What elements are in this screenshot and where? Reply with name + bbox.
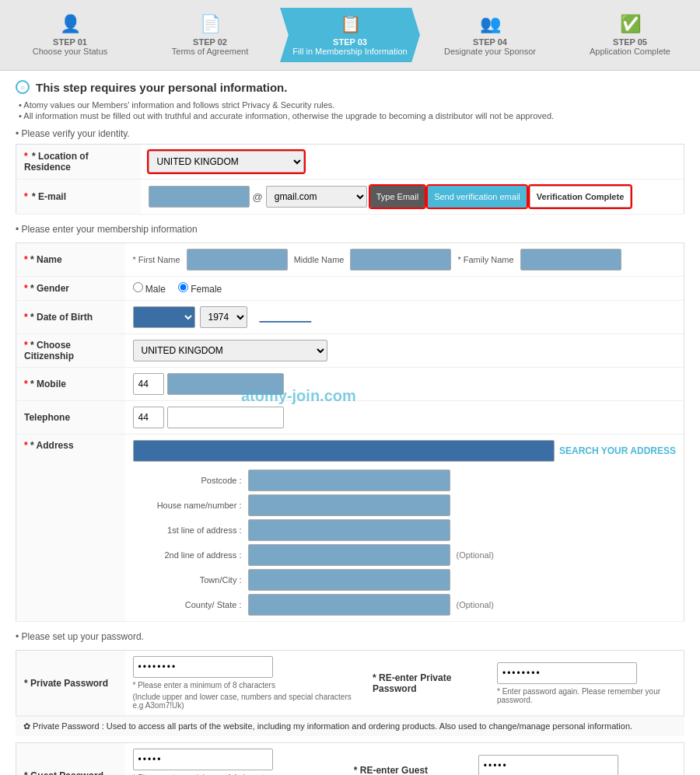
mobile-row: * * Mobile [16, 368, 684, 401]
guest-pwd-row: * Guest Password * Please enter a minimu… [16, 743, 684, 776]
verify-label: • Please verify your identity. [16, 128, 684, 139]
dob-star: * [24, 312, 30, 323]
name-inputs-cell: * First Name Middle Name * Family Name [125, 243, 684, 277]
first-name-input[interactable] [187, 249, 288, 271]
re-private-pwd-inputs-cell: * Enter password again. Please remember … [489, 651, 684, 716]
email-input-group: @ gmail.com Type Email Send verification… [149, 186, 677, 208]
gender-female-radio[interactable] [178, 282, 188, 292]
middle-name-input[interactable] [350, 249, 451, 271]
name-input-group: * First Name Middle Name * Family Name [133, 249, 677, 271]
password-section-label: • Please set up your password. [16, 631, 684, 642]
address2-optional: (Optional) [457, 550, 494, 560]
step-5[interactable]: ✅ STEP 05 Application Complete [560, 8, 700, 62]
search-address-label: SEARCH YOUR ADDRESS [559, 445, 676, 456]
location-row: * * Location of Residence UNITED KINGDOM [16, 145, 684, 180]
address2-input[interactable] [248, 544, 450, 566]
email-row: * * E-mail @ gmail.com Type Email Send v… [16, 180, 684, 215]
gender-input-group: Male Female [133, 282, 677, 295]
step-3[interactable]: 📋 STEP 03 Fill in Membership Information [280, 8, 420, 62]
step1-label: Choose your Status [33, 47, 108, 56]
citizenship-row: * * Choose Citizenship UNITED KINGDOM [16, 334, 684, 368]
type-email-button[interactable]: Type Email [370, 186, 425, 208]
verification-complete-button[interactable]: Verification Complete [530, 186, 631, 208]
mobile-code-input[interactable] [133, 373, 164, 395]
email-local-input[interactable] [149, 186, 250, 208]
house-label: House name/number : [133, 501, 242, 510]
private-pwd-hint1: * Please enter a minimum of 8 characters [133, 681, 357, 689]
citizenship-select[interactable]: UNITED KINGDOM [133, 340, 327, 361]
address-block: SEARCH YOUR ADDRESS Postcode : House nam… [133, 440, 677, 616]
county-input[interactable] [248, 594, 450, 616]
address-inputs-cell: SEARCH YOUR ADDRESS Postcode : House nam… [125, 435, 684, 622]
main-content: ○ This step requires your personal infor… [0, 71, 700, 775]
send-verification-button[interactable]: Send verification email [428, 186, 527, 208]
private-pwd-input[interactable] [133, 656, 273, 678]
step-2[interactable]: 📄 STEP 02 Terms of Agreement [140, 8, 280, 62]
step5-label: Application Complete [590, 47, 670, 56]
re-guest-pwd-inputs-cell: * Enter password again. Please remember … [471, 743, 684, 776]
step3-num: STEP 03 [333, 37, 367, 47]
guest-pwd-input[interactable] [133, 749, 273, 770]
address-label-cell: * * Address [16, 435, 125, 622]
mobile-number-input[interactable] [167, 373, 284, 395]
house-input[interactable] [248, 494, 450, 516]
house-row: House name/number : [133, 494, 677, 516]
step5-icon: ✅ [620, 14, 641, 34]
re-guest-pwd-label-cell: * RE-enter Guest Password [346, 743, 471, 776]
address-row: * * Address SEARCH YOUR ADDRESS Postcode… [16, 435, 684, 622]
dob-month-select[interactable] [133, 306, 195, 328]
town-label: Town/City : [133, 575, 242, 585]
password-table: * Private Password * Please enter a mini… [16, 650, 684, 716]
gender-female-label[interactable]: Female [178, 282, 222, 295]
search-address-input[interactable] [133, 440, 555, 462]
guest-pwd-label-cell: * Guest Password [16, 743, 125, 776]
postcode-label: Postcode : [133, 476, 242, 485]
location-cell: UNITED KINGDOM [141, 145, 684, 180]
telephone-code-input[interactable] [133, 407, 164, 428]
dob-inputs-cell: 1974 __________ [125, 301, 684, 334]
county-row: County/ State : (Optional) [133, 594, 677, 616]
private-pwd-hint2: (Include upper and lower case, numbers a… [133, 693, 357, 710]
telephone-input-group [133, 407, 677, 428]
telephone-inputs-cell [125, 401, 684, 435]
telephone-row: Telephone [16, 401, 684, 435]
address1-input[interactable] [248, 519, 450, 541]
re-private-pwd-input-group: * Enter password again. Please remember … [497, 662, 676, 704]
private-pwd-note: ✿ Private Password : Used to access all … [16, 716, 684, 736]
gender-male-label[interactable]: Male [133, 282, 166, 295]
citizenship-star: * [24, 340, 30, 351]
dob-year-select[interactable]: 1974 [200, 306, 247, 328]
re-private-pwd-input[interactable] [497, 662, 637, 684]
telephone-number-input[interactable] [167, 407, 284, 428]
gender-male-radio[interactable] [133, 282, 143, 292]
gender-inputs-cell: Male Female [125, 277, 684, 301]
private-pwd-label-cell: * Private Password [16, 651, 125, 716]
email-cell: @ gmail.com Type Email Send verification… [141, 180, 684, 215]
re-guest-pwd-input-group: * Enter password again. Please remember … [478, 755, 676, 776]
re-private-pwd-label-cell: * RE-enter Private Password [365, 651, 489, 716]
membership-table: * * Name * First Name Middle Name * Fami… [16, 243, 684, 622]
step2-icon: 📄 [200, 14, 221, 34]
email-domain-select[interactable]: gmail.com [266, 186, 367, 208]
step-4[interactable]: 👥 STEP 04 Designate your Sponsor [420, 8, 560, 62]
citizenship-label-cell: * * Choose Citizenship [16, 334, 125, 368]
membership-label: • Please enter your membership informati… [16, 224, 684, 235]
gender-star: * [24, 283, 30, 294]
step5-num: STEP 05 [613, 37, 647, 47]
info-text-1: • Atomy values our Members' information … [16, 100, 684, 110]
postcode-input[interactable] [248, 470, 450, 491]
location-select[interactable]: UNITED KINGDOM [149, 151, 304, 173]
step-1[interactable]: 👤 STEP 01 Choose your Status [0, 8, 140, 62]
re-guest-pwd-input[interactable] [478, 755, 618, 776]
name-row: * * Name * First Name Middle Name * Fami… [16, 243, 684, 277]
step4-num: STEP 04 [473, 37, 507, 47]
step2-num: STEP 02 [193, 37, 227, 47]
name-label-cell: * * Name [16, 243, 125, 277]
family-name-input[interactable] [520, 249, 621, 271]
location-select-wrapper: UNITED KINGDOM [149, 151, 677, 173]
town-input[interactable] [248, 569, 450, 591]
address1-label: 1st line of address : [133, 525, 242, 535]
town-row: Town/City : [133, 569, 677, 591]
step4-label: Designate your Sponsor [444, 47, 536, 56]
email-label-cell: * * E-mail [16, 180, 141, 215]
